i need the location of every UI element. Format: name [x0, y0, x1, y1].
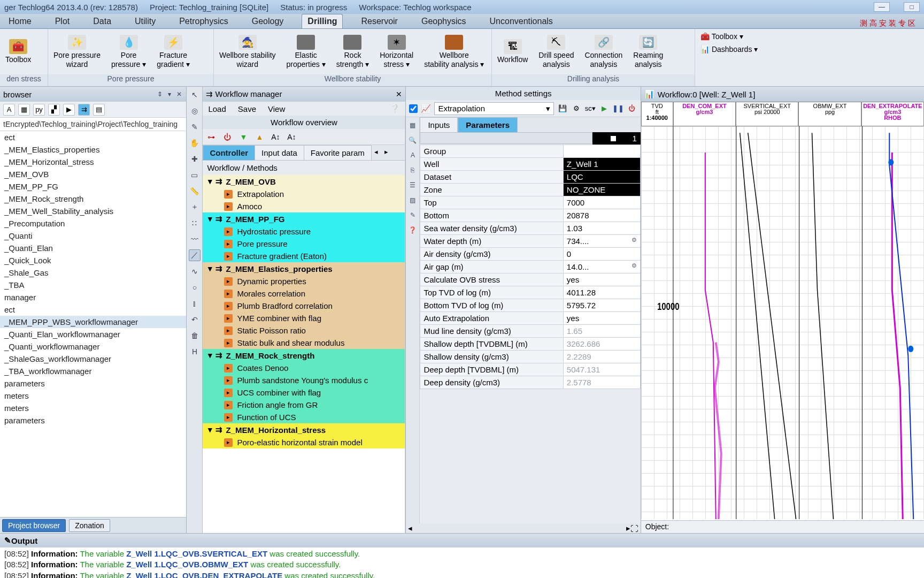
project-item[interactable]: _Quanti — [0, 230, 186, 242]
align-icon[interactable]: ⫿ — [189, 298, 201, 309]
corner-icon[interactable]: ⛶ — [630, 524, 638, 533]
tab-petrophysics[interactable]: Petrophysics — [174, 14, 234, 28]
param-value[interactable]: 7000 — [563, 196, 640, 209]
project-tree[interactable]: ect_MEM_Elastics_properties_MEM_Horizont… — [0, 131, 186, 517]
param-value[interactable]: 14.0...⚙ — [563, 261, 640, 273]
parameters-table[interactable]: GroupWellZ_Well 1DatasetLQCZoneNO_ZONETo… — [420, 144, 640, 389]
close-icon[interactable]: ✕ — [175, 90, 183, 98]
stop-icon[interactable]: ⏻ — [627, 103, 637, 114]
log-tracks[interactable]: TVD ft 1:40000 DEN_COM_EXTg/cm3 SVERTICA… — [641, 102, 924, 533]
chart-icon[interactable]: ▞ — [48, 104, 60, 116]
project-item[interactable]: _ShaleGas_workflowmanager — [0, 353, 186, 365]
pen-icon[interactable]: ／ — [189, 249, 201, 261]
pick-icon[interactable]: ✚ — [189, 153, 201, 165]
pin-icon[interactable]: ⇕ — [156, 90, 164, 98]
param-value[interactable]: 2.2289 — [563, 351, 640, 363]
workflow-method[interactable]: ▸Hydrostatic pressure — [203, 225, 405, 238]
tab-plot[interactable]: Plot — [50, 14, 75, 28]
workflow-method[interactable]: ▸YME combiner with flag — [203, 312, 405, 324]
close-icon[interactable]: ✕ — [396, 90, 402, 98]
scroll-left-icon[interactable]: ◂ — [408, 523, 412, 533]
scroll-right-icon[interactable]: ▸ — [626, 523, 630, 533]
tab-unconventionals[interactable]: Unconventionals — [484, 14, 558, 28]
toolbox-dropdown[interactable]: 🧰 Toolbox ▾ — [700, 32, 919, 41]
target-icon[interactable]: ◎ — [189, 105, 201, 117]
circle-icon[interactable]: ○ — [189, 282, 201, 293]
workflow-method[interactable]: ▸Amoco — [203, 200, 405, 212]
python-icon[interactable]: py — [33, 104, 45, 116]
project-item[interactable]: _MEM_PPP_WBS_workflowmanager — [0, 316, 186, 328]
controller-tab[interactable]: Controller — [203, 145, 255, 160]
minimize-button[interactable]: — — [874, 2, 890, 12]
workflow-method[interactable]: ▸Plumb Bradford correlation — [203, 300, 405, 312]
maximize-button[interactable]: □ — [904, 2, 920, 12]
wellbore-stability-analysis-button[interactable]: Wellbore stability analysis ▾ — [419, 29, 489, 74]
line-icon[interactable]: 〰 — [189, 233, 201, 245]
param-value[interactable]: 1.65 — [563, 325, 640, 338]
project-item[interactable]: _Shale_Gas — [0, 267, 186, 279]
settings-icon[interactable]: ⚙ — [571, 103, 582, 114]
param-value[interactable]: Z_Well 1 — [563, 158, 640, 171]
elastic-properties-button[interactable]: Elastic properties ▾ — [281, 29, 331, 74]
tab-right-icon[interactable]: ▸ — [381, 145, 391, 160]
connection-analysis-button[interactable]: 🔗Connection analysis — [579, 29, 628, 74]
workflow-tree[interactable]: ▾⇉ Z_MEM_OVB▸Extrapolation▸Amoco▾⇉ Z_MEM… — [203, 175, 405, 533]
project-item[interactable]: _Quick_Look — [0, 254, 186, 267]
tool2-icon[interactable]: ▭ — [189, 169, 201, 181]
grid-icon[interactable]: ▦ — [408, 120, 418, 130]
workflow-method[interactable]: ▸Fracture gradient (Eaton) — [203, 250, 405, 262]
dropdown-icon[interactable]: ▾ — [166, 90, 173, 98]
wm-menu-view[interactable]: View — [268, 104, 285, 113]
project-item[interactable]: _TBA_workflowmanager — [0, 365, 186, 377]
workflow-button[interactable]: 🏗Workflow — [492, 29, 533, 74]
method-enabled-checkbox[interactable] — [409, 104, 418, 113]
add-icon[interactable]: ＋ — [189, 201, 201, 213]
parameters-tab[interactable]: Parameters — [458, 117, 518, 132]
input-data-tab[interactable]: Input data — [255, 145, 304, 160]
project-item[interactable]: _MEM_Rock_strength — [0, 193, 186, 205]
help-icon[interactable]: ❓ — [408, 225, 418, 235]
workflow-method[interactable]: ▸Extrapolation — [203, 188, 405, 200]
copy-icon[interactable]: ⎘ — [408, 165, 418, 175]
find-icon[interactable]: 🔍 — [408, 135, 418, 145]
favorite-param-tab[interactable]: Favorite param — [304, 145, 372, 160]
cursor-icon[interactable]: ↖ — [189, 89, 201, 101]
color-icon[interactable]: ▨ — [408, 195, 418, 205]
zonation-tab[interactable]: Zonation — [69, 519, 110, 532]
list-icon[interactable]: ☰ — [408, 180, 418, 190]
workflow-method[interactable]: ▸Poro-elastic horizontal strain model — [203, 436, 405, 448]
project-item[interactable]: _MEM_Elastics_properties — [0, 143, 186, 156]
param-value[interactable]: 3262.686 — [563, 338, 640, 351]
workflow-group[interactable]: ▾⇉ Z_MEM_PP_FG — [203, 212, 405, 225]
workflow-group[interactable]: ▾⇉ Z_MEM_Elastics_properties — [203, 262, 405, 275]
project-item[interactable]: parameters — [0, 377, 186, 390]
param-value[interactable]: 0 — [563, 248, 640, 261]
ruler-icon[interactable]: 📏 — [189, 185, 201, 197]
workflow-method[interactable]: ▸UCS combiner with flag — [203, 386, 405, 399]
project-item[interactable]: ect — [0, 303, 186, 316]
drill-speed-button[interactable]: ⛏Drill speed analysis — [533, 29, 579, 74]
wm-menu-save[interactable]: Save — [238, 104, 256, 113]
project-item[interactable]: meters — [0, 390, 186, 402]
calendar-icon[interactable]: ▦ — [18, 104, 30, 116]
param-value[interactable]: 4011.28 — [563, 286, 640, 299]
pause-icon[interactable]: ❚❚ — [613, 103, 623, 114]
collapse-icon[interactable]: ▾ — [208, 425, 212, 435]
collapse-icon[interactable]: ▾ — [208, 351, 212, 360]
method-select[interactable]: Extrapolation▾ — [434, 102, 553, 115]
workflow-group[interactable]: ▾⇉ Z_MEM_Horizontal_stress — [203, 423, 405, 436]
project-item[interactable]: _MEM_OVB — [0, 168, 186, 180]
curve-icon[interactable]: ∿ — [189, 265, 201, 277]
param-value[interactable]: LQC — [563, 171, 640, 184]
workflow-method[interactable]: ▸Morales correlation — [203, 287, 405, 300]
param-value[interactable] — [563, 145, 640, 158]
pore-pressure-button[interactable]: 💧Pore pressure ▾ — [106, 29, 151, 74]
param-value[interactable]: 20878 — [563, 209, 640, 222]
collapse-icon[interactable]: ▾ — [208, 214, 212, 224]
reaming-analysis-button[interactable]: 🔄Reaming analysis — [628, 29, 668, 74]
project-item[interactable]: _Quanti_Elan_workflowmanager — [0, 328, 186, 340]
tab-utility[interactable]: Utility — [129, 14, 161, 28]
project-item[interactable]: _TBA — [0, 279, 186, 291]
edit-icon[interactable]: ✎ — [4, 536, 11, 545]
gear-icon[interactable]: ⚙ — [632, 237, 637, 244]
